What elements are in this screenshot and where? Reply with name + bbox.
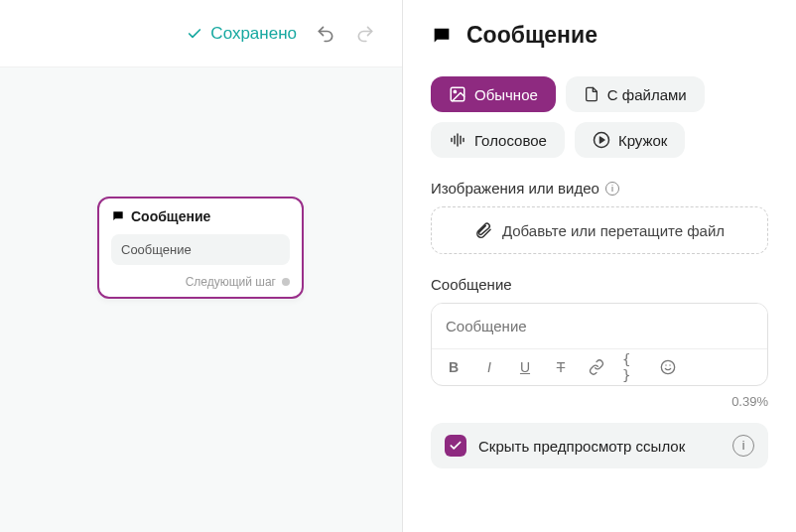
tab-files-label: С файлами	[607, 86, 687, 103]
node-next-step[interactable]: Следующий шаг	[111, 275, 290, 289]
emoji-icon	[660, 359, 676, 375]
message-icon	[111, 209, 125, 223]
properties-panel: Сообщение Обычное С файлами Голосовое Кр…	[403, 0, 796, 532]
saved-label: Сохранено	[210, 24, 297, 44]
dropzone-label: Добавьте или перетащите файл	[502, 222, 725, 239]
media-field-label: Изображения или видео i	[431, 180, 768, 197]
emoji-button[interactable]	[658, 357, 678, 377]
tab-voice[interactable]: Голосовое	[431, 122, 565, 158]
undo-icon	[316, 24, 335, 44]
svg-marker-8	[599, 137, 604, 143]
italic-button[interactable]: I	[479, 357, 499, 377]
message-editor: B I U T { }	[431, 303, 768, 386]
tab-regular-label: Обычное	[474, 86, 538, 103]
canvas-area[interactable]: Сообщение Сообщение Следующий шаг	[0, 67, 402, 532]
node-next-label: Следующий шаг	[186, 275, 276, 289]
voice-icon	[449, 131, 466, 149]
hide-preview-label: Скрыть предпросмотр ссылок	[478, 438, 721, 455]
saved-indicator: Сохранено	[187, 24, 297, 44]
node-body: Сообщение	[111, 234, 290, 265]
connector-dot-icon[interactable]	[282, 278, 290, 286]
check-icon	[187, 26, 202, 42]
attachment-icon	[474, 221, 492, 239]
node-title-text: Сообщение	[131, 208, 210, 224]
strikethrough-button[interactable]: T	[551, 357, 571, 377]
panel-header: Сообщение	[431, 22, 768, 49]
media-dropzone[interactable]: Добавьте или перетащите файл	[431, 206, 768, 254]
undo-button[interactable]	[315, 23, 336, 45]
play-circle-icon	[593, 131, 610, 149]
message-field-label: Сообщение	[431, 276, 768, 293]
tab-circle[interactable]: Кружок	[575, 122, 686, 158]
node-title: Сообщение	[111, 208, 290, 224]
hide-preview-option[interactable]: Скрыть предпросмотр ссылок i	[431, 423, 768, 468]
canvas-header: Сохранено	[0, 0, 402, 67]
link-button[interactable]	[587, 357, 606, 377]
info-icon[interactable]: i	[605, 182, 619, 196]
editor-toolbar: B I U T { }	[432, 348, 767, 385]
code-button[interactable]: { }	[622, 357, 642, 377]
tab-files[interactable]: С файлами	[566, 76, 705, 112]
image-icon	[449, 85, 466, 103]
file-icon	[584, 86, 599, 102]
message-type-tabs: Обычное С файлами Голосовое Кружок	[431, 76, 768, 158]
bold-button[interactable]: B	[444, 357, 464, 377]
svg-point-9	[661, 360, 674, 373]
message-node[interactable]: Сообщение Сообщение Следующий шаг	[97, 197, 304, 299]
svg-point-1	[454, 90, 456, 92]
tab-circle-label: Кружок	[618, 132, 668, 149]
info-icon[interactable]: i	[732, 435, 754, 457]
redo-button[interactable]	[354, 23, 376, 45]
tab-regular[interactable]: Обычное	[431, 76, 556, 112]
hide-preview-checkbox[interactable]	[445, 435, 466, 457]
media-label-text: Изображения или видео	[431, 180, 599, 197]
char-counter: 0.39%	[431, 394, 768, 409]
canvas-panel: Сохранено Сообщение Сообщение Следующий …	[0, 0, 403, 532]
link-icon	[589, 359, 604, 375]
underline-button[interactable]: U	[515, 357, 535, 377]
check-icon	[449, 439, 463, 453]
message-input[interactable]	[432, 304, 767, 348]
panel-title: Сообщение	[466, 22, 597, 49]
tab-voice-label: Голосовое	[474, 132, 547, 149]
message-icon	[431, 25, 453, 47]
redo-icon	[355, 24, 375, 44]
